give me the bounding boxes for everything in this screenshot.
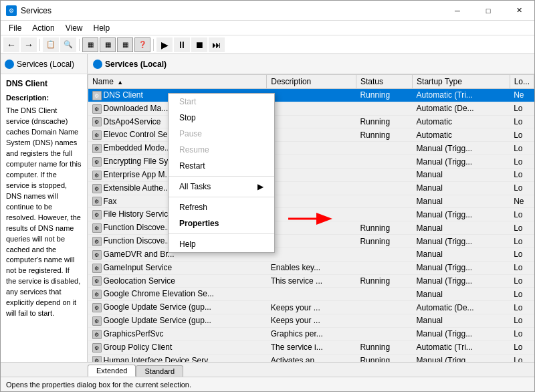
cell-log: Ne bbox=[510, 195, 534, 208]
cell-log: Lo bbox=[510, 142, 534, 155]
tab-extended[interactable]: Extended bbox=[88, 365, 136, 377]
cell-status bbox=[356, 181, 412, 195]
toolbar: ← → 📋 🔍 ▦ ▦ ▦ ❓ ▶ ⏸ ⏹ ⏭ bbox=[1, 35, 534, 54]
cell-log: Lo bbox=[510, 208, 534, 221]
cell-startup: Manual (Trigg... bbox=[413, 261, 510, 274]
title-bar-left: ⚙ Services bbox=[6, 5, 51, 16]
toolbar-btn-4[interactable]: ▦ bbox=[100, 37, 116, 52]
table-row[interactable]: ⚙DNS ClientRunningAutomatic (Tri...Ne bbox=[88, 89, 534, 102]
cell-name: ⚙Human Interface Device Serv... bbox=[88, 354, 267, 362]
restart-button[interactable]: ⏭ bbox=[209, 37, 225, 52]
cell-name: ⚙Google Update Service (gup... bbox=[88, 314, 267, 328]
toolbar-btn-3[interactable]: ▦ bbox=[82, 37, 98, 52]
table-row[interactable]: ⚙Google Update Service (gup...Keeps your… bbox=[88, 301, 534, 314]
pause-button[interactable]: ⏸ bbox=[174, 37, 190, 52]
table-row[interactable]: ⚙GameInput ServiceEnables key...Manual (… bbox=[88, 261, 534, 274]
col-startup[interactable]: Startup Type bbox=[413, 75, 510, 89]
table-row[interactable]: ⚙Function Discove...RunningManual (Trigg… bbox=[88, 235, 534, 248]
table-row[interactable]: ⚙DtsApo4ServiceRunningAutomaticLo bbox=[88, 115, 534, 128]
cell-log: Lo bbox=[510, 327, 534, 340]
cell-startup: Manual bbox=[413, 195, 510, 208]
toolbar-btn-6[interactable]: ❓ bbox=[134, 37, 150, 52]
cell-name: ⚙Google Chrome Elevation Se... bbox=[88, 288, 267, 301]
cell-status: Running bbox=[356, 354, 412, 362]
ctx-item-restart[interactable]: Restart bbox=[169, 158, 274, 174]
cell-status bbox=[356, 195, 412, 208]
cell-startup: Automatic bbox=[413, 115, 510, 128]
cell-status bbox=[356, 168, 412, 181]
cell-description bbox=[267, 288, 356, 301]
cell-description: Keeps your ... bbox=[267, 301, 356, 314]
col-status[interactable]: Status bbox=[356, 75, 412, 89]
ctx-item-properties[interactable]: Properties bbox=[169, 215, 274, 231]
ctx-item-refresh[interactable]: Refresh bbox=[169, 199, 274, 215]
close-button[interactable]: ✕ bbox=[504, 1, 534, 21]
table-row[interactable]: ⚙GraphicsPerfSvcGraphics per...Manual (T… bbox=[88, 327, 534, 340]
cell-startup: Manual bbox=[413, 168, 510, 181]
cell-startup: Manual bbox=[413, 288, 510, 301]
table-row[interactable]: ⚙File History Servic...Manual (Trigg...L… bbox=[88, 208, 534, 221]
ctx-item-start: Start bbox=[169, 94, 274, 110]
table-row[interactable]: ⚙FaxManualNe bbox=[88, 195, 534, 208]
table-scroll[interactable]: Name ▲ Description Status Startup Type L… bbox=[88, 74, 534, 362]
show-hide-button[interactable]: 📋 bbox=[43, 37, 59, 52]
play-button[interactable]: ▶ bbox=[156, 37, 173, 52]
cell-status bbox=[356, 155, 412, 169]
scope-button[interactable]: 🔍 bbox=[60, 37, 76, 52]
back-button[interactable]: ← bbox=[3, 37, 19, 52]
cell-description bbox=[267, 208, 356, 221]
ctx-item-help[interactable]: Help bbox=[169, 236, 274, 252]
menu-help[interactable]: Help bbox=[88, 22, 116, 34]
table-row[interactable]: ⚙GameDVR and Br...ManualLo bbox=[88, 248, 534, 261]
cell-name: ⚙Google Update Service (gup... bbox=[88, 301, 267, 314]
table-row[interactable]: ⚙Geolocation ServiceThis service ...Runn… bbox=[88, 274, 534, 288]
cell-description bbox=[267, 89, 356, 102]
cell-status bbox=[356, 208, 412, 221]
body-section: DNS Client Description: The DNS Client s… bbox=[1, 74, 534, 362]
col-log[interactable]: Lo... bbox=[510, 75, 534, 89]
minimize-button[interactable]: ─ bbox=[442, 1, 473, 21]
cell-log: Lo bbox=[510, 340, 534, 354]
services-table: Name ▲ Description Status Startup Type L… bbox=[88, 74, 534, 362]
cell-startup: Manual bbox=[413, 314, 510, 328]
sort-arrow-name: ▲ bbox=[117, 79, 123, 86]
nav-label: Services (Local) bbox=[17, 60, 74, 69]
table-body: ⚙DNS ClientRunningAutomatic (Tri...Ne⚙Do… bbox=[88, 89, 534, 363]
col-description[interactable]: Description bbox=[267, 75, 356, 89]
table-row[interactable]: ⚙Function Discove...RunningManualLo bbox=[88, 221, 534, 235]
tab-standard[interactable]: Standard bbox=[136, 365, 183, 377]
cell-name: ⚙GraphicsPerfSvc bbox=[88, 327, 267, 340]
menu-action[interactable]: Action bbox=[27, 22, 60, 34]
cell-description: Activates an... bbox=[267, 354, 356, 362]
cell-status: Running bbox=[356, 128, 412, 142]
stop-button[interactable]: ⏹ bbox=[191, 37, 207, 52]
cell-log: Lo bbox=[510, 221, 534, 235]
cell-startup: Manual (Trigg... bbox=[413, 235, 510, 248]
table-row[interactable]: ⚙Human Interface Device Serv...Activates… bbox=[88, 354, 534, 362]
forward-button[interactable]: → bbox=[21, 37, 37, 52]
menu-file[interactable]: File bbox=[3, 22, 27, 34]
menu-view[interactable]: View bbox=[60, 22, 88, 34]
cell-status: Running bbox=[356, 340, 412, 354]
toolbar-btn-5[interactable]: ▦ bbox=[117, 37, 133, 52]
table-row[interactable]: ⚙Encrypting File Sy...Manual (Trigg...Lo bbox=[88, 155, 534, 169]
table-row[interactable]: ⚙Google Chrome Elevation Se...ManualLo bbox=[88, 288, 534, 301]
ctx-item-stop[interactable]: Stop bbox=[169, 110, 274, 126]
table-row[interactable]: ⚙Google Update Service (gup...Keeps your… bbox=[88, 314, 534, 328]
table-row[interactable]: ⚙Elevoc Control Se...RunningAutomaticLo bbox=[88, 128, 534, 142]
col-name[interactable]: Name ▲ bbox=[88, 75, 267, 89]
nav-icon bbox=[5, 60, 14, 69]
cell-log: Lo bbox=[510, 274, 534, 288]
cell-startup: Automatic (De... bbox=[413, 301, 510, 314]
title-bar-controls: ─ □ ✕ bbox=[442, 1, 534, 21]
maximize-button[interactable]: □ bbox=[473, 1, 504, 21]
table-row[interactable]: ⚙Enterprise App M...ManualLo bbox=[88, 168, 534, 181]
ctx-item-all-tasks[interactable]: All Tasks▶ bbox=[169, 179, 274, 195]
table-row[interactable]: ⚙Embedded Mode...Manual (Trigg...Lo bbox=[88, 142, 534, 155]
table-row[interactable]: ⚙Downloaded Ma...Automatic (De...Lo bbox=[88, 102, 534, 115]
table-row[interactable]: ⚙Group Policy ClientThe service i...Runn… bbox=[88, 340, 534, 354]
status-bar: Opens the properties dialog box for the … bbox=[1, 377, 534, 391]
table-row[interactable]: ⚙Extensible Authe...ManualLo bbox=[88, 181, 534, 195]
cell-log: Lo bbox=[510, 181, 534, 195]
services-list-section: Name ▲ Description Status Startup Type L… bbox=[88, 74, 534, 362]
